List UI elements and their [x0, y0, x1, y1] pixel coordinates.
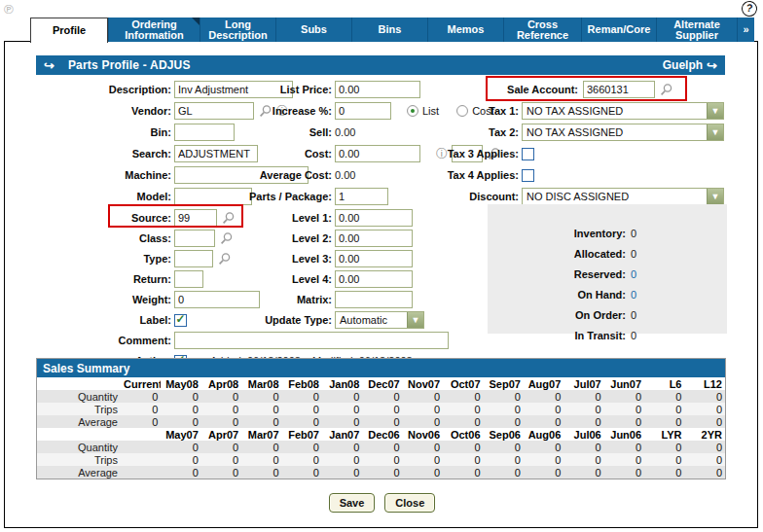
tab-reman-core[interactable]: Reman/Core — [581, 18, 656, 42]
nav-forward-arrow-icon[interactable]: ↪ — [707, 58, 717, 73]
inventory-row-label: Allocated: — [488, 248, 626, 260]
inventory-row: On Hand:0 — [488, 287, 727, 302]
tab-memos[interactable]: Memos — [427, 18, 503, 42]
sales-cell: 0 — [241, 415, 281, 428]
sales-cell: 0 — [201, 403, 241, 415]
average-cost-label: Average Cost: — [133, 169, 332, 181]
tab-subs[interactable]: Subs — [275, 18, 351, 42]
sales-cell: 0 — [443, 441, 483, 453]
tab-long-description[interactable]: Long Description — [200, 18, 275, 42]
sales-cell — [121, 453, 161, 466]
tax2-dropdown[interactable]: NO TAX ASSIGNED▼ — [522, 124, 724, 141]
sales-cell: 0 — [161, 453, 200, 466]
sales-column-header: Oct06 — [443, 428, 483, 441]
inventory-row-label: Reserved: — [488, 268, 626, 280]
save-button[interactable]: Save — [329, 493, 376, 513]
comment-input[interactable] — [174, 332, 449, 349]
sales-cell: 0 — [241, 390, 281, 403]
sales-column-header: 2YR — [684, 428, 725, 441]
sale-account-label: Sale Account: — [357, 84, 578, 95]
inventory-row: Reserved:0 — [488, 266, 727, 282]
update-type-dropdown[interactable]: Automatic▼ — [335, 311, 424, 329]
parts-profile-page: ℗ ? ProfileOrdering InformationLong Desc… — [0, 0, 763, 532]
sales-column-header: Nov06 — [403, 428, 443, 441]
sales-cell: 0 — [403, 415, 443, 428]
sales-cell: 0 — [484, 403, 524, 415]
sales-cell: 0 — [563, 441, 603, 453]
discount-dropdown[interactable]: NO DISC ASSIGNED▼ — [522, 188, 724, 205]
help-icon[interactable]: ? — [741, 0, 758, 18]
level3-input[interactable] — [335, 250, 413, 267]
sales-cell: 0 — [644, 466, 684, 479]
matrix-input[interactable] — [335, 291, 413, 308]
sales-data-row: Trips00000000000000 — [37, 453, 725, 466]
tab-alternate-supplier[interactable]: Alternate Supplier — [656, 18, 737, 42]
sales-cell: 0 — [241, 441, 281, 453]
close-button[interactable]: Close — [384, 493, 435, 513]
sales-cell: 0 — [604, 415, 644, 428]
sales-cell: 0 — [524, 415, 563, 428]
sales-row-label: Average — [37, 466, 121, 479]
inventory-row-value[interactable]: 0 — [631, 268, 636, 280]
sales-cell: 0 — [403, 441, 443, 453]
sales-cell: 0 — [161, 466, 200, 479]
sale-account-input[interactable] — [583, 81, 655, 98]
discount-dropdown-arrow-icon[interactable]: ▼ — [707, 189, 723, 204]
level2-input[interactable] — [335, 230, 413, 247]
update-type-dropdown-arrow-icon[interactable]: ▼ — [407, 312, 423, 328]
sales-column-header: Feb07 — [282, 428, 322, 441]
tax3-checkbox[interactable] — [522, 148, 534, 160]
sales-column-header: Mar07 — [241, 428, 281, 441]
tax2-dropdown-arrow-icon[interactable]: ▼ — [707, 124, 723, 140]
sales-cell: 0 — [684, 453, 725, 466]
sales-column-header: Apr08 — [201, 377, 241, 390]
sales-column-header: Aug07 — [524, 377, 563, 390]
inventory-panel: Inventory:0Allocated:0Reserved:0On Hand:… — [488, 204, 727, 334]
tab-label: Cross Reference — [517, 19, 568, 41]
tab-profile[interactable]: Profile — [30, 18, 108, 43]
sales-cell: 0 — [604, 466, 644, 479]
sales-cell: 0 — [121, 403, 161, 415]
tab-ordering-information[interactable]: Ordering Information — [108, 18, 200, 42]
tab-cross-reference[interactable]: Cross Reference — [503, 18, 581, 42]
tab-more[interactable]: » — [737, 18, 754, 42]
tab-bins[interactable]: Bins — [351, 18, 427, 42]
inventory-row-value[interactable]: 0 — [631, 289, 636, 301]
inventory-row: In Transit:0 — [488, 328, 727, 343]
sales-cell: 0 — [604, 453, 644, 466]
profile-header-bar: ↪ Parts Profile - ADJUS Guelph ↪ — [36, 55, 725, 75]
level4-input[interactable] — [335, 270, 413, 288]
sales-cell: 0 — [362, 415, 402, 428]
cost-label: Cost: — [133, 148, 332, 160]
sales-cell: 0 — [282, 403, 322, 415]
tax1-dropdown-arrow-icon[interactable]: ▼ — [707, 103, 723, 119]
tab-label: Bins — [379, 24, 402, 35]
sales-cell: 0 — [282, 441, 322, 453]
sales-column-header: L6 — [644, 377, 684, 390]
tab-strip: ProfileOrdering InformationLong Descript… — [30, 18, 754, 42]
sales-cell: 0 — [161, 415, 200, 428]
sales-cell: 0 — [484, 415, 524, 428]
inventory-row: Inventory:0 — [488, 226, 727, 241]
tax1-dropdown[interactable]: NO TAX ASSIGNED▼ — [522, 102, 724, 120]
sales-column-header: Feb08 — [282, 377, 322, 390]
sales-cell: 0 — [322, 403, 362, 415]
sales-summary-section: Sales Summary CurrentMay08Apr08Mar08Feb0… — [36, 358, 726, 479]
sales-column-header: Oct07 — [443, 377, 483, 390]
sales-column-header: Jul06 — [563, 428, 603, 441]
sales-cell: 0 — [684, 403, 725, 415]
sales-column-header: Nov07 — [403, 377, 443, 390]
sales-row-label: Trips — [37, 403, 121, 415]
sales-cell: 0 — [604, 390, 644, 403]
tax4-checkbox[interactable] — [522, 169, 534, 182]
sales-cell: 0 — [282, 390, 322, 403]
tax2-label: Tax 2: — [357, 126, 519, 138]
nav-back-arrow-icon[interactable]: ↪ — [44, 58, 54, 73]
sale-account-search-icon[interactable] — [659, 83, 673, 97]
level1-input[interactable] — [335, 209, 413, 227]
sales-cell: 0 — [563, 415, 603, 428]
discount-label: Discount: — [357, 191, 519, 202]
sales-column-header: Apr07 — [201, 428, 241, 441]
sales-cell: 0 — [241, 466, 281, 479]
sales-cell: 0 — [362, 390, 402, 403]
